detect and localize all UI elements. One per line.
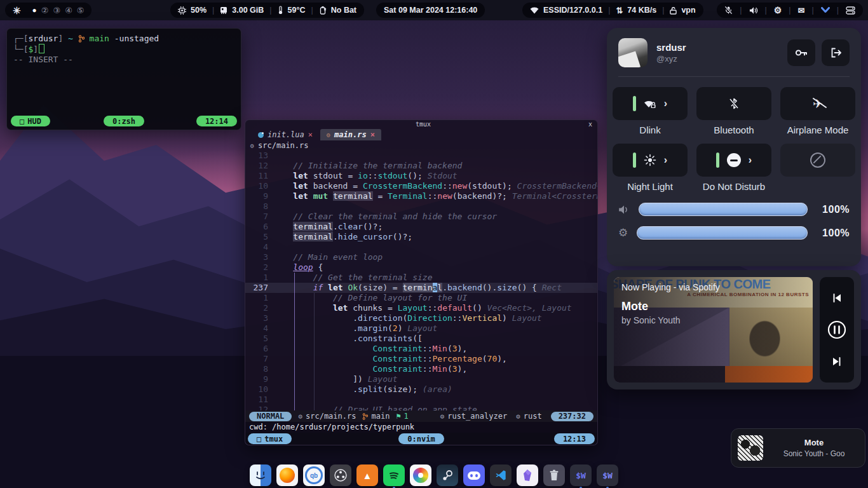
launcher-logo-icon[interactable]: ✳ <box>13 6 21 15</box>
previous-track-button[interactable] <box>826 287 848 309</box>
dock-vlc[interactable]: ▲ <box>356 464 378 486</box>
dock-file-manager[interactable] <box>250 464 271 486</box>
active-indicator <box>716 152 719 168</box>
dock-vscode[interactable] <box>490 464 512 486</box>
essid-label[interactable]: ESSID/127.0.0.1 <box>543 6 602 15</box>
dock-firefox[interactable] <box>276 464 298 486</box>
tab-close-icon[interactable]: × <box>370 130 375 139</box>
now-playing-heading: Now Playing - via Spotify <box>621 282 720 292</box>
wallet-label: $W <box>602 471 613 480</box>
notification-subtitle: Sonic Youth - Goo <box>770 449 858 458</box>
do-not-disturb-tile[interactable]: › <box>696 144 771 177</box>
notification-title: Mote <box>770 438 858 447</box>
user-handle: @xyz <box>656 54 686 64</box>
prompt-open: ┌─[ <box>13 34 28 43</box>
workspace-3[interactable]: ③ <box>53 6 60 15</box>
lock-keys-button[interactable] <box>787 39 815 66</box>
tab-main-rs[interactable]: ⚙ main.rs × <box>320 129 381 140</box>
dock-obs[interactable] <box>330 464 351 486</box>
filetype-label: rust <box>524 412 542 421</box>
tab-init-lua[interactable]: init.lua × <box>252 129 319 140</box>
wallet-label: $W <box>576 471 586 480</box>
editor-tmux-bar: □tmux 0:nvim 12:13 <box>245 433 597 445</box>
trash-icon <box>548 469 560 482</box>
mail-icon[interactable]: ✉ <box>798 6 805 15</box>
tmux-clock-label: 12:13 <box>563 435 586 444</box>
quick-settings-grid: › Dlink Bluetooth ✈ Airplane Mode › <box>618 87 850 191</box>
brightness-slider[interactable] <box>637 226 808 240</box>
tmux-session-label: HUD <box>27 117 41 126</box>
next-icon <box>831 356 843 367</box>
memory-usage: 3.00 GiB <box>232 6 264 15</box>
code-area[interactable]: 1312 // Initialize the terminal backend1… <box>245 151 597 410</box>
cpu-icon <box>178 6 186 15</box>
cwd-line: cwd: /home/srdusr/projects/typerpunk <box>245 422 597 433</box>
desktop: { "topbar": { "logo": "✳", "workspaces":… <box>0 0 868 488</box>
diagnostic-count: 1 <box>404 412 409 421</box>
chevron-right-icon[interactable]: › <box>749 154 752 166</box>
user-name: srdusr <box>656 42 686 53</box>
dock-steam[interactable] <box>437 464 458 486</box>
bluetooth-tile[interactable] <box>696 87 771 120</box>
terminal-cursor <box>39 44 44 53</box>
workspace-4[interactable]: ④ <box>65 6 72 15</box>
workspace-5[interactable]: ⑤ <box>77 6 85 15</box>
chevron-down-icon[interactable] <box>821 7 830 13</box>
vpn-label[interactable]: vpn <box>681 6 695 15</box>
volume-value: 100% <box>817 204 850 215</box>
airplane-mode-tile[interactable]: ✈ <box>780 87 855 120</box>
terminal-window[interactable]: ┌─[srdusr] ~ main -unstaged └─[$] -- INS… <box>6 28 241 130</box>
dock-qbittorrent[interactable]: qb <box>303 464 325 486</box>
dock-photos[interactable] <box>410 464 431 486</box>
night-light-tile[interactable]: › <box>613 144 688 177</box>
volume-slider[interactable] <box>639 203 808 216</box>
pause-button[interactable] <box>826 319 848 341</box>
workspace-2[interactable]: ② <box>41 6 49 15</box>
vi-mode-indicator: -- INSERT -- <box>13 55 73 64</box>
window-title: tmux <box>258 121 588 128</box>
discord-icon <box>468 471 480 480</box>
wifi-tile[interactable]: › <box>613 87 688 120</box>
rust-file-icon: ⚙ <box>250 142 254 149</box>
tmux-window-zsh[interactable]: 0:zsh <box>104 116 144 126</box>
temperature: 59°C <box>288 6 306 15</box>
tab-close-icon[interactable]: × <box>308 130 313 139</box>
notification-toast[interactable]: Mote Sonic Youth - Goo <box>731 428 865 468</box>
system-stats-pill: 50% | 3.00 GiB | 59°C | No Bat <box>170 3 364 18</box>
editor-tabline: init.lua × ⚙ main.rs × <box>245 128 597 140</box>
settings-gear-icon[interactable]: ⚙ <box>774 6 782 15</box>
workspace-1-active[interactable]: ● <box>32 6 37 15</box>
date-time: Sat 09 Mar 2024 12:16:40 <box>384 6 477 15</box>
dock-spotify[interactable] <box>383 464 405 486</box>
dock-wallet-1[interactable]: $W <box>570 464 592 486</box>
dock-trash[interactable] <box>543 464 565 486</box>
chevron-right-icon[interactable]: › <box>664 154 667 166</box>
user-header: srdusr @xyz <box>618 38 850 77</box>
tmux-session-hud[interactable]: □HUD <box>11 116 50 126</box>
dock-obsidian[interactable] <box>517 464 538 486</box>
code-lines: 1312 // Initialize the terminal backend1… <box>245 151 597 410</box>
speaker-icon[interactable] <box>749 6 758 15</box>
dock-wallet-2[interactable]: $W <box>597 464 618 486</box>
microphone-muted-icon[interactable] <box>724 6 733 15</box>
statusline-branch: main <box>371 412 390 421</box>
next-track-button[interactable] <box>826 351 848 372</box>
prompt-path: ~ <box>68 34 73 43</box>
tmux-window-nvim[interactable]: 0:nvim <box>398 433 444 444</box>
notification-album-art <box>738 435 763 461</box>
blocked-tile[interactable] <box>780 144 855 177</box>
logout-button[interactable] <box>822 39 850 66</box>
clock-pill[interactable]: Sat 09 Mar 2024 12:16:40 <box>376 3 485 18</box>
tmux-session-tmux[interactable]: □tmux <box>248 433 292 444</box>
terminal-output: ┌─[srdusr] ~ main -unstaged └─[$] -- INS… <box>7 29 241 70</box>
editor-window[interactable]: tmux x init.lua × ⚙ main.rs × ⚙ src/main… <box>245 119 598 445</box>
window-close-button[interactable]: x <box>588 121 592 128</box>
window-square-icon: □ <box>257 435 261 444</box>
battery-missing-icon <box>319 6 327 15</box>
chevron-right-icon[interactable]: › <box>664 98 667 109</box>
indent-guide <box>294 273 295 410</box>
memory-icon <box>220 6 227 15</box>
dock-discord[interactable] <box>463 464 485 486</box>
tray-stack-icon[interactable] <box>846 6 855 15</box>
tray-icons-pill: | | ⚙ | ✉ | | <box>717 3 863 18</box>
